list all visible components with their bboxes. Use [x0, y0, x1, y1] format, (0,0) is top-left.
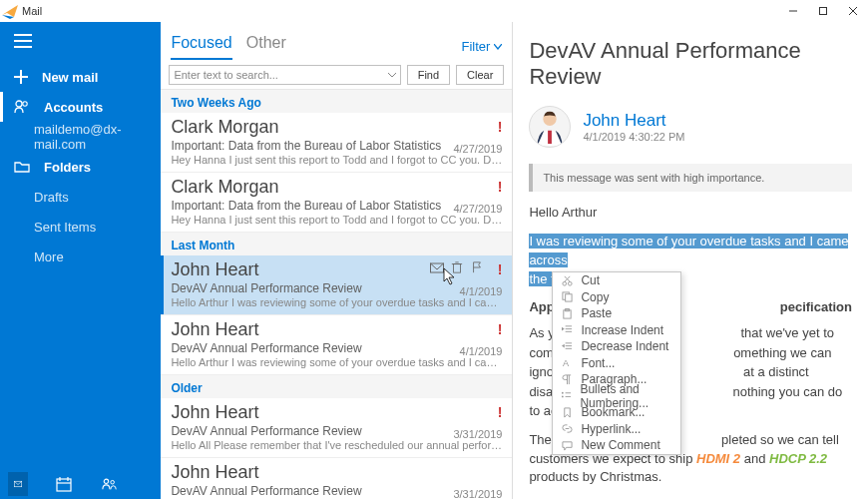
svg-rect-7	[14, 40, 32, 42]
importance-banner: This message was sent with high importan…	[529, 164, 852, 192]
message-list[interactable]: Two Weeks Ago ! Clark Morgan Important: …	[161, 90, 512, 499]
ctx-paste[interactable]: Paste	[553, 305, 680, 322]
footer-people-icon[interactable]	[100, 476, 120, 492]
svg-rect-31	[566, 294, 572, 301]
svg-point-19	[111, 480, 115, 484]
message-from: John Heart	[171, 402, 502, 423]
svg-rect-14	[57, 479, 71, 491]
reading-pane: DevAV Annual Performance Review John Hea…	[513, 22, 868, 499]
minimize-button[interactable]	[778, 0, 808, 22]
message-hover-actions	[430, 261, 484, 276]
svg-point-41	[562, 392, 564, 394]
paragraph-icon	[561, 373, 573, 385]
comment-icon	[561, 439, 573, 451]
svg-rect-6	[14, 34, 32, 36]
message-date: 4/1/2019	[460, 285, 503, 297]
message-item[interactable]: ! John Heart DevAV Annual Performance Re…	[161, 315, 512, 375]
ctx-decrease-indent[interactable]: Decrease Indent	[553, 338, 680, 355]
sender-date: 4/1/2019 4:30:22 PM	[583, 131, 684, 143]
svg-rect-10	[14, 76, 28, 78]
svg-marker-0	[2, 5, 18, 17]
message-date: 4/27/2019	[453, 203, 502, 215]
sidebar: New mail Accounts maildemo@dx-mail.com F…	[0, 22, 161, 499]
sidebar-more[interactable]: More	[0, 242, 161, 271]
message-item[interactable]: ! John Heart DevAV Annual Performance Re…	[161, 255, 512, 315]
flag-icon[interactable]	[470, 261, 484, 276]
group-two-weeks: Two Weeks Ago	[161, 90, 512, 113]
mark-unread-icon[interactable]	[430, 261, 444, 276]
footer-mail-icon[interactable]	[8, 472, 28, 496]
greeting: Hello Arthur	[529, 204, 852, 223]
folders-label: Folders	[44, 160, 91, 175]
indent-decrease-icon	[561, 340, 573, 352]
sidebar-drafts[interactable]: Drafts	[0, 182, 161, 212]
svg-text:A: A	[563, 358, 570, 368]
message-from: John Heart	[171, 319, 502, 340]
message-item[interactable]: ! Clark Morgan Important: Data from the …	[161, 173, 512, 233]
message-preview: Hey Hanna I just sent this report to Tod…	[171, 154, 502, 166]
footer-calendar-icon[interactable]	[54, 476, 74, 492]
message-date: 3/31/2019	[453, 428, 502, 440]
message-subject: DevAV Annual Performance Review	[171, 281, 502, 295]
sidebar-sent-items[interactable]: Sent Items	[0, 212, 161, 242]
chevron-down-icon	[388, 72, 396, 78]
font-icon: A	[561, 357, 573, 369]
tab-other[interactable]: Other	[246, 34, 286, 60]
search-input[interactable]: Enter text to search...	[169, 65, 400, 85]
new-mail-button[interactable]: New mail	[0, 62, 161, 92]
importance-icon: !	[498, 179, 503, 195]
window-controls	[778, 0, 868, 22]
sidebar-footer	[0, 469, 161, 499]
group-older: Older	[161, 375, 512, 398]
ctx-hyperlink[interactable]: Hyperlink...	[553, 421, 680, 438]
delete-icon[interactable]	[450, 261, 464, 276]
group-last-month: Last Month	[161, 233, 512, 255]
sidebar-account-email[interactable]: maildemo@dx-mail.com	[0, 122, 161, 152]
svg-point-26	[563, 281, 567, 285]
message-list-column: Focused Other Filter Enter text to searc…	[161, 22, 513, 499]
message-preview: Hello Arthur I was reviewing some of you…	[171, 356, 502, 368]
ctx-increase-indent[interactable]: Increase Indent	[553, 322, 680, 339]
hamburger-button[interactable]	[0, 26, 161, 56]
indent-increase-icon	[561, 324, 573, 336]
find-button[interactable]: Find	[407, 65, 450, 85]
ctx-new-comment[interactable]: New Comment	[553, 437, 680, 454]
tab-focused[interactable]: Focused	[171, 34, 231, 60]
message-item[interactable]: John Heart DevAV Annual Performance Revi…	[161, 458, 512, 499]
svg-point-12	[23, 102, 27, 106]
maximize-button[interactable]	[808, 0, 838, 22]
copy-icon	[561, 291, 573, 303]
message-from: Clark Morgan	[171, 117, 502, 138]
clear-button[interactable]: Clear	[456, 65, 504, 85]
message-item[interactable]: ! Clark Morgan Important: Data from the …	[161, 113, 512, 173]
importance-icon: !	[498, 404, 503, 420]
ctx-bullets[interactable]: Bullets and Numbering...	[553, 388, 680, 405]
message-date: 4/27/2019	[453, 143, 502, 155]
message-date: 3/31/2019	[453, 488, 502, 499]
close-button[interactable]	[838, 0, 868, 22]
context-menu: Cut Copy Paste Increase Indent Decrease …	[552, 271, 681, 455]
filter-dropdown[interactable]: Filter	[461, 39, 502, 60]
message-from: Clark Morgan	[171, 177, 502, 198]
app-title: Mail	[22, 5, 42, 17]
message-preview: Hey Hanna I just sent this report to Tod…	[171, 214, 502, 226]
sidebar-folders[interactable]: Folders	[0, 152, 161, 182]
ctx-copy[interactable]: Copy	[553, 289, 680, 306]
svg-rect-3	[820, 8, 827, 15]
svg-rect-21	[454, 264, 461, 273]
svg-rect-25	[548, 131, 552, 144]
message-from: John Heart	[171, 462, 502, 483]
sender-avatar	[529, 106, 571, 148]
message-date: 4/1/2019	[460, 345, 503, 357]
ctx-cut[interactable]: Cut	[553, 272, 680, 289]
svg-rect-8	[14, 46, 32, 48]
message-item[interactable]: ! John Heart DevAV Annual Performance Re…	[161, 398, 512, 458]
ctx-font[interactable]: AFont...	[553, 355, 680, 372]
message-preview: Hello Arthur I was reviewing some of you…	[171, 296, 502, 308]
cut-icon	[561, 274, 573, 286]
bullets-icon	[561, 390, 572, 402]
sidebar-accounts[interactable]: Accounts	[0, 92, 161, 122]
importance-icon: !	[498, 261, 503, 277]
new-mail-label: New mail	[42, 70, 98, 85]
svg-point-18	[104, 479, 108, 483]
